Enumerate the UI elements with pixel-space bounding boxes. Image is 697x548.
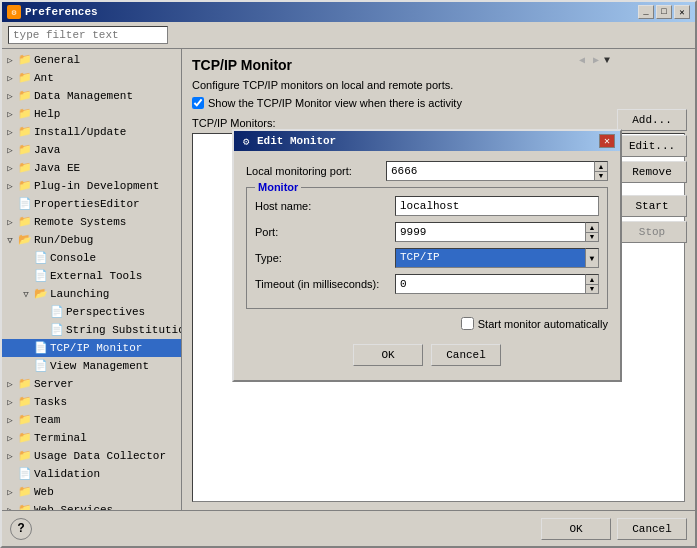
auto-start-row: Start monitor automatically xyxy=(246,317,608,330)
timeout-row: Timeout (in milliseconds): ▲ ▼ xyxy=(255,274,599,294)
page-icon-tcp-ip-monitor: 📄 xyxy=(34,341,48,355)
navigation-arrows: ◀ ▶ ▼ xyxy=(576,53,610,67)
start-button[interactable]: Start xyxy=(617,195,687,217)
label-properties-editor: PropertiesEditor xyxy=(34,198,140,210)
sidebar-item-ant[interactable]: ▷ 📁 Ant xyxy=(2,69,181,87)
expander-help: ▷ xyxy=(2,106,18,122)
cancel-button[interactable]: Cancel xyxy=(617,518,687,540)
port-input[interactable] xyxy=(395,222,585,242)
label-help: Help xyxy=(34,108,60,120)
sidebar-item-general[interactable]: ▷ 📁 General xyxy=(2,51,181,69)
label-tcp-ip-monitor: TCP/IP Monitor xyxy=(50,342,142,354)
forward-arrow[interactable]: ▶ xyxy=(590,53,602,67)
nav-menu-button[interactable]: ▼ xyxy=(604,55,610,66)
sidebar-item-view-management[interactable]: ▷ 📄 View Management xyxy=(2,357,181,375)
sidebar-item-web[interactable]: ▷ 📁 Web xyxy=(2,483,181,501)
sidebar-item-tasks[interactable]: ▷ 📁 Tasks xyxy=(2,393,181,411)
sidebar-item-web-services[interactable]: ▷ 📁 Web Services xyxy=(2,501,181,510)
sidebar-item-properties-editor[interactable]: ▷ 📄 PropertiesEditor xyxy=(2,195,181,213)
dialog-ok-button[interactable]: OK xyxy=(353,344,423,366)
sidebar-item-java-ee[interactable]: ▷ 📁 Java EE xyxy=(2,159,181,177)
maximize-button[interactable]: □ xyxy=(656,5,672,19)
type-select-arrow[interactable]: ▼ xyxy=(585,248,599,268)
local-port-label: Local monitoring port: xyxy=(246,165,386,177)
sidebar-item-team[interactable]: ▷ 📁 Team xyxy=(2,411,181,429)
show-monitor-label: Show the TCP/IP Monitor view when there … xyxy=(208,97,462,109)
main-panel: ◀ ▶ ▼ TCP/IP Monitor Configure TCP/IP mo… xyxy=(182,49,695,510)
ok-button[interactable]: OK xyxy=(541,518,611,540)
close-button[interactable]: ✕ xyxy=(674,5,690,19)
sidebar-item-server[interactable]: ▷ 📁 Server xyxy=(2,375,181,393)
sidebar-item-remote-systems[interactable]: ▷ 📁 Remote Systems xyxy=(2,213,181,231)
timeout-down[interactable]: ▼ xyxy=(586,285,598,294)
sidebar-item-validation[interactable]: ▷ 📄 Validation xyxy=(2,465,181,483)
bottom-bar: ? OK Cancel xyxy=(2,510,695,546)
sidebar: ▷ 📁 General ▷ 📁 Ant ▷ 📁 Data Management … xyxy=(2,49,182,510)
sidebar-item-perspectives[interactable]: ▷ 📄 Perspectives xyxy=(2,303,181,321)
sidebar-item-java[interactable]: ▷ 📁 Java xyxy=(2,141,181,159)
title-bar: ⚙ Preferences _ □ ✕ xyxy=(2,2,695,22)
sidebar-item-terminal[interactable]: ▷ 📁 Terminal xyxy=(2,429,181,447)
expander-web-services: ▷ xyxy=(2,502,18,510)
show-monitor-checkbox[interactable] xyxy=(192,97,204,109)
sidebar-item-run-debug[interactable]: ▽ 📂 Run/Debug xyxy=(2,231,181,249)
folder-icon-general: 📁 xyxy=(18,53,32,67)
type-row: Type: TCP/IP ▼ xyxy=(255,248,599,268)
expander-general: ▷ xyxy=(2,52,18,68)
expander-launching: ▽ xyxy=(18,286,34,302)
window-title: Preferences xyxy=(25,6,98,18)
dialog-cancel-button[interactable]: Cancel xyxy=(431,344,501,366)
folder-icon-ant: 📁 xyxy=(18,71,32,85)
auto-start-checkbox[interactable] xyxy=(461,317,474,330)
label-string-substitution: String Substitution xyxy=(66,324,182,336)
filter-input[interactable] xyxy=(8,26,168,44)
label-external-tools: External Tools xyxy=(50,270,142,282)
sidebar-item-console[interactable]: ▷ 📄 Console xyxy=(2,249,181,267)
back-arrow[interactable]: ◀ xyxy=(576,53,588,67)
sidebar-item-data-management[interactable]: ▷ 📁 Data Management xyxy=(2,87,181,105)
sidebar-item-install-update[interactable]: ▷ 📁 Install/Update xyxy=(2,123,181,141)
sidebar-item-plugin-development[interactable]: ▷ 📁 Plug-in Development xyxy=(2,177,181,195)
sidebar-item-help[interactable]: ▷ 📁 Help xyxy=(2,105,181,123)
local-port-input[interactable] xyxy=(386,161,594,181)
local-port-row: Local monitoring port: ▲ ▼ xyxy=(246,161,608,181)
timeout-input[interactable] xyxy=(395,274,585,294)
add-button[interactable]: Add... xyxy=(617,109,687,131)
help-button[interactable]: ? xyxy=(10,518,32,540)
host-name-input[interactable] xyxy=(395,196,599,216)
local-port-up[interactable]: ▲ xyxy=(595,162,607,172)
host-name-label: Host name: xyxy=(255,200,395,212)
dialog-title-text: Edit Monitor xyxy=(257,135,336,147)
timeout-up[interactable]: ▲ xyxy=(586,275,598,285)
local-port-down[interactable]: ▼ xyxy=(595,172,607,181)
type-select-value[interactable]: TCP/IP xyxy=(395,248,585,268)
stop-button[interactable]: Stop xyxy=(617,221,687,243)
port-down[interactable]: ▼ xyxy=(586,233,598,242)
label-ant: Ant xyxy=(34,72,54,84)
minimize-button[interactable]: _ xyxy=(638,5,654,19)
auto-start-label: Start monitor automatically xyxy=(478,318,608,330)
monitor-group-label: Monitor xyxy=(255,181,301,193)
page-icon-perspectives: 📄 xyxy=(50,305,64,319)
page-icon-console: 📄 xyxy=(34,251,48,265)
label-plugin-development: Plug-in Development xyxy=(34,180,159,192)
timeout-label: Timeout (in milliseconds): xyxy=(255,278,395,290)
expander-run-debug: ▽ xyxy=(2,232,18,248)
sidebar-item-usage-data-collector[interactable]: ▷ 📁 Usage Data Collector xyxy=(2,447,181,465)
monitors-label: TCP/IP Monitors: xyxy=(192,117,685,129)
dialog-buttons: OK Cancel xyxy=(246,338,608,370)
sidebar-item-launching[interactable]: ▽ 📂 Launching xyxy=(2,285,181,303)
expander-data-management: ▷ xyxy=(2,88,18,104)
sidebar-item-external-tools[interactable]: ▷ 📄 External Tools xyxy=(2,267,181,285)
page-icon-validation: 📄 xyxy=(18,467,32,481)
edit-button[interactable]: Edit... xyxy=(617,135,687,157)
remove-button[interactable]: Remove xyxy=(617,161,687,183)
label-view-management: View Management xyxy=(50,360,149,372)
sidebar-item-string-substitution[interactable]: ▷ 📄 String Substitution xyxy=(2,321,181,339)
sidebar-item-tcp-ip-monitor[interactable]: ▷ 📄 TCP/IP Monitor xyxy=(2,339,181,357)
dialog-close-button[interactable]: ✕ xyxy=(599,134,615,148)
folder-icon-team: 📁 xyxy=(18,413,32,427)
port-up[interactable]: ▲ xyxy=(586,223,598,233)
expander-install-update: ▷ xyxy=(2,124,18,140)
folder-icon-terminal: 📁 xyxy=(18,431,32,445)
